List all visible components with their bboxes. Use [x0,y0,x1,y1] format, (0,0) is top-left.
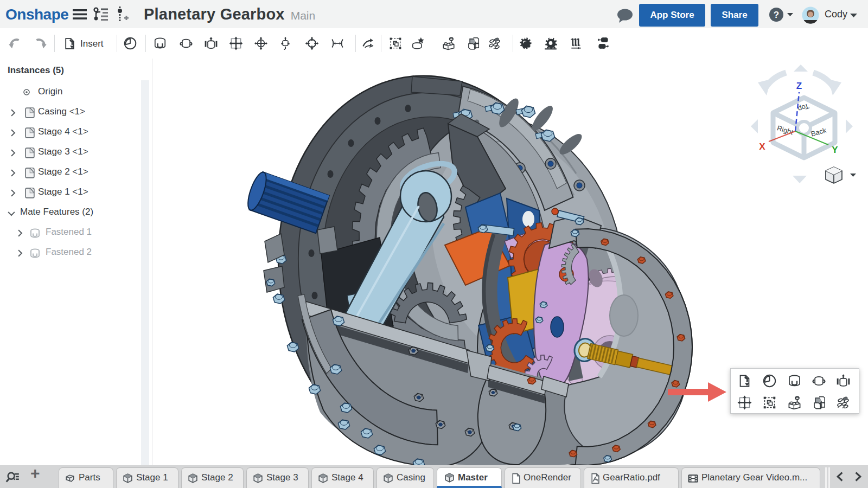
svg-text:Z: Z [796,81,802,91]
svg-text:X: X [759,142,765,152]
svg-text:?: ? [774,10,779,20]
svg-text:Y: Y [832,145,838,155]
